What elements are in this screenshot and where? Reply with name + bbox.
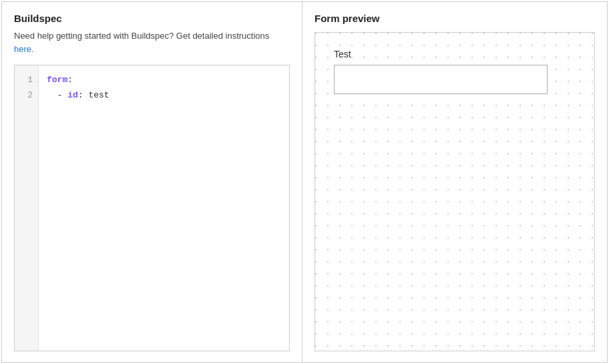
value-test: test [88, 90, 109, 100]
form-preview-title: Form preview [315, 13, 595, 24]
buildspec-title: Buildspec [14, 13, 290, 24]
right-panel: Form preview Test [302, 2, 607, 362]
line-number-1: 1 [20, 72, 33, 87]
help-link[interactable]: here. [14, 44, 34, 54]
colon-2: : [78, 90, 89, 100]
code-line-2: - id: test [47, 87, 281, 103]
indent-2 [47, 90, 57, 100]
keyword-id: id [67, 90, 78, 100]
keyword-form: form [47, 75, 67, 85]
help-text: Need help getting started with Buildspec… [14, 29, 290, 55]
form-field-input[interactable] [334, 65, 548, 94]
form-preview-content: Test [334, 49, 576, 94]
code-content[interactable]: form: - id: test [39, 65, 289, 351]
left-panel: Buildspec Need help getting started with… [2, 2, 302, 362]
dash: - [57, 90, 68, 100]
form-field-label: Test [334, 49, 576, 59]
main-container: Buildspec Need help getting started with… [1, 1, 608, 363]
colon-1: : [67, 75, 73, 85]
help-text-before-link: Need help getting started with Buildspec… [14, 31, 269, 41]
line-number-2: 2 [20, 87, 33, 103]
code-editor[interactable]: 1 2 form: - id: test [14, 65, 290, 351]
line-numbers: 1 2 [15, 65, 39, 351]
code-line-1: form: [47, 72, 281, 87]
form-preview-area: Test [315, 32, 595, 351]
